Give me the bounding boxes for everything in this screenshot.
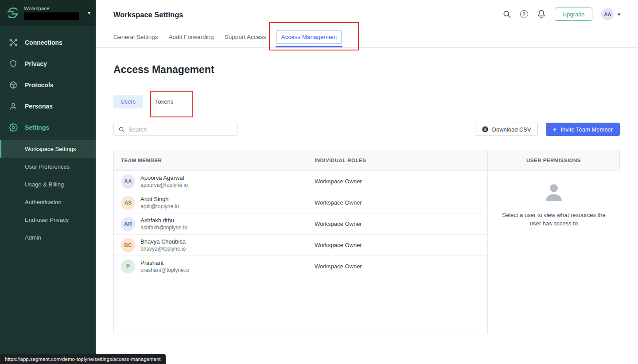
subnav-item-workspace-settings[interactable]: Workspace Settings <box>0 140 96 158</box>
member-email: bhavya@toplyne.io <box>140 246 186 252</box>
subnav-item-end-user-privacy[interactable]: End-user Privacy <box>0 211 96 228</box>
column-header-team-member: TEAM MEMBER <box>121 158 315 163</box>
user-avatar: AA <box>601 8 614 20</box>
connections-icon <box>9 38 18 47</box>
workspace-label: Workspace <box>24 5 85 12</box>
subnav-item-authentication[interactable]: Authentication <box>0 193 96 211</box>
subnav-item-usage-billing[interactable]: Usage & Billing <box>0 175 96 193</box>
table-row[interactable]: AS Arpit Singh arpit@toplyne.io Workspac… <box>114 192 487 213</box>
page-header: Workspace Settings General Settings Audi… <box>96 0 638 48</box>
link-preview-statusbar: https://app.segment.com/demo-toplyne/set… <box>0 354 166 364</box>
sidebar-item-personas[interactable]: Personas <box>0 96 96 117</box>
sidebar-item-label: Privacy <box>25 60 47 67</box>
avatar: AS <box>121 196 135 210</box>
tab-tokens[interactable]: Tokens <box>154 95 174 108</box>
settings-subnav: Workspace Settings User Preferences Usag… <box>0 140 96 246</box>
shield-icon <box>9 59 18 68</box>
member-name: Apoorva Agarwal <box>140 174 188 182</box>
tab-audit-forwarding[interactable]: Audit Forwarding <box>169 30 214 44</box>
member-email: ashfakh@toplyne.io <box>140 225 187 231</box>
subnav-item-label: End-user Privacy <box>25 217 69 223</box>
download-csv-button[interactable]: Download CSV <box>475 123 538 136</box>
header-title: Workspace Settings <box>113 11 183 19</box>
column-header-individual-roles: INDIVIDUAL ROLES <box>315 158 487 163</box>
subnav-item-label: Workspace Settings <box>25 146 76 152</box>
list-controls: Download CSV + Invite Team Member <box>113 123 620 136</box>
member-email: prashant@toplyne.io <box>140 267 189 274</box>
tab-support-access[interactable]: Support Access <box>225 30 266 44</box>
avatar: BC <box>121 238 135 252</box>
member-name: Ashfakh rithu <box>140 217 187 224</box>
sidebar-item-label: Settings <box>25 124 49 131</box>
member-name: Bhavya Choubisa <box>140 238 186 245</box>
person-silhouette-icon <box>544 183 564 201</box>
sidebar: Workspace ▾ Connections Privacy Protocol… <box>0 0 96 364</box>
sidebar-item-protocols[interactable]: Protocols <box>0 74 96 96</box>
upgrade-button[interactable]: Upgrade <box>555 8 593 21</box>
member-role: Workspace Owner <box>315 199 487 206</box>
protocols-icon <box>9 81 18 89</box>
table-row[interactable]: AA Apoorva Agarwal apoorva@toplyne.io Wo… <box>114 171 487 192</box>
tab-access-management[interactable]: Access Management <box>276 30 341 44</box>
user-permissions-header: USER PERMISSIONS <box>488 150 620 170</box>
header-tabs: General Settings Audit Forwarding Suppor… <box>113 30 342 44</box>
bell-icon[interactable] <box>537 10 546 19</box>
member-role: Workspace Owner <box>315 221 487 227</box>
sidebar-item-label: Protocols <box>25 81 54 89</box>
question-glyph: ? <box>522 12 525 17</box>
tab-users[interactable]: Users <box>113 95 143 108</box>
table-row[interactable]: P Prashant prashant@toplyne.io Workspace… <box>114 256 487 277</box>
workspace-caret-down-icon: ▾ <box>88 10 90 16</box>
main-content: Access Management Users Tokens Download … <box>96 48 638 364</box>
member-role: Workspace Owner <box>315 263 487 270</box>
member-role: Workspace Owner <box>315 178 487 185</box>
subnav-item-label: Admin <box>25 234 41 241</box>
avatar: P <box>121 259 135 274</box>
download-icon <box>482 126 489 133</box>
gear-icon <box>9 123 18 132</box>
subnav-item-admin[interactable]: Admin <box>0 228 96 246</box>
workspace-switcher[interactable]: Workspace ▾ <box>0 0 96 26</box>
plus-icon: + <box>553 126 557 133</box>
member-role: Workspace Owner <box>315 242 487 248</box>
member-name: Prashant <box>140 259 189 267</box>
download-csv-label: Download CSV <box>492 126 531 133</box>
subnav-item-label: User Preferences <box>25 163 70 170</box>
invite-label: Invite Team Member <box>560 126 613 133</box>
permissions-empty-text: Select a user to view what resources the… <box>499 211 608 228</box>
view-tabs: Users Tokens <box>113 95 174 108</box>
segment-logo-icon <box>6 6 19 19</box>
member-email: arpit@toplyne.io <box>140 203 179 210</box>
search-input[interactable] <box>128 126 233 133</box>
table-row[interactable]: AR Ashfakh rithu ashfakh@toplyne.io Work… <box>114 213 487 235</box>
avatar: AR <box>121 217 135 231</box>
subnav-item-user-preferences[interactable]: User Preferences <box>0 158 96 175</box>
page-title: Access Management <box>113 64 214 76</box>
search-icon[interactable] <box>502 10 511 19</box>
subnav-item-label: Usage & Billing <box>25 181 64 188</box>
sidebar-item-connections[interactable]: Connections <box>0 32 96 53</box>
search-icon <box>118 126 125 133</box>
personas-icon <box>9 102 18 111</box>
sidebar-nav: Connections Privacy Protocols Personas <box>0 26 96 246</box>
subnav-item-label: Authentication <box>25 199 61 205</box>
member-name: Arpit Singh <box>140 196 179 203</box>
invite-team-member-button[interactable]: + Invite Team Member <box>546 123 620 136</box>
user-menu-caret-down-icon: ▾ <box>618 12 620 17</box>
help-icon[interactable]: ? <box>520 10 528 18</box>
search-box <box>113 123 237 136</box>
tab-general-settings[interactable]: General Settings <box>113 30 158 44</box>
sidebar-item-label: Personas <box>25 103 53 110</box>
avatar: AA <box>121 174 135 189</box>
team-members-table: TEAM MEMBER INDIVIDUAL ROLES AA Apoorva … <box>113 150 488 334</box>
header-actions: ? Upgrade AA ▾ <box>502 8 620 21</box>
user-menu[interactable]: AA ▾ <box>601 8 620 20</box>
member-email: apoorva@toplyne.io <box>140 182 188 189</box>
user-permissions-panel: USER PERMISSIONS Select a user to view w… <box>488 150 620 334</box>
table-row[interactable]: BC Bhavya Choubisa bhavya@toplyne.io Wor… <box>114 235 487 256</box>
sidebar-item-label: Connections <box>25 39 62 46</box>
table-header-row: TEAM MEMBER INDIVIDUAL ROLES <box>114 150 487 171</box>
workspace-name-redacted <box>24 12 79 20</box>
sidebar-item-privacy[interactable]: Privacy <box>0 53 96 74</box>
sidebar-item-settings[interactable]: Settings <box>0 117 96 138</box>
